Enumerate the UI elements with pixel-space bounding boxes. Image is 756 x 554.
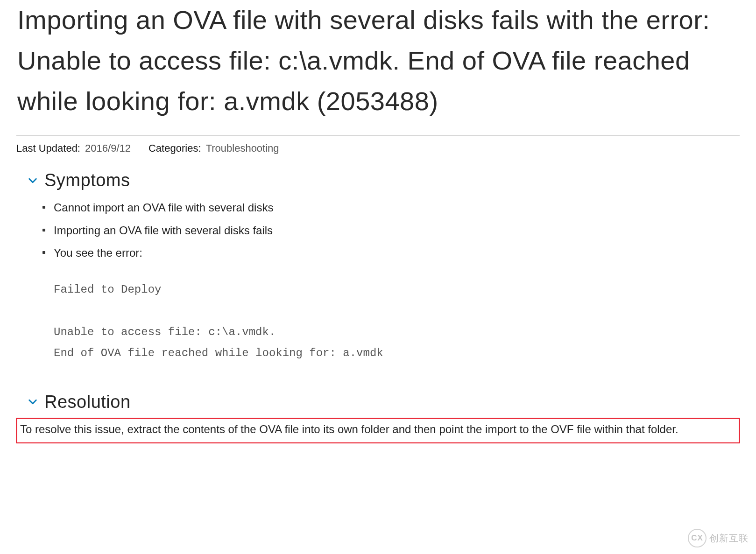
resolution-body-highlight: To resolve this issue, extract the conte… [16,418,740,443]
symptoms-header[interactable]: Symptoms [28,170,740,190]
last-updated-value: 2016/9/12 [85,142,131,154]
section-resolution: Resolution To resolve this issue, extrac… [28,392,740,443]
list-item: Importing an OVA file with several disks… [42,222,740,239]
list-item: Cannot import an OVA file with several d… [42,199,740,217]
resolution-body: To resolve this issue, extract the conte… [20,423,678,435]
symptoms-heading: Symptoms [44,170,130,190]
resolution-heading: Resolution [44,392,131,412]
chevron-down-icon [28,397,38,407]
last-updated-label: Last Updated: [16,142,80,154]
resolution-header[interactable]: Resolution [28,392,740,412]
categories-value: Troubleshooting [206,142,279,154]
error-code-block: Failed to Deploy Unable to access file: … [54,279,740,364]
section-symptoms: Symptoms Cannot import an OVA file with … [28,170,740,364]
symptoms-list: Cannot import an OVA file with several d… [28,199,740,262]
categories-label: Categories: [148,142,201,154]
list-item: You see the error: [42,244,740,262]
meta-categories: Categories: Troubleshooting [148,142,279,154]
meta-last-updated: Last Updated: 2016/9/12 [16,142,131,154]
watermark: CX 创新互联 [688,529,749,547]
chevron-down-icon [28,175,38,186]
watermark-badge-icon: CX [688,529,707,547]
article-title: Importing an OVA file with several disks… [16,0,740,121]
watermark-text: 创新互联 [709,532,749,545]
meta-row: Last Updated: 2016/9/12 Categories: Trou… [16,135,740,154]
